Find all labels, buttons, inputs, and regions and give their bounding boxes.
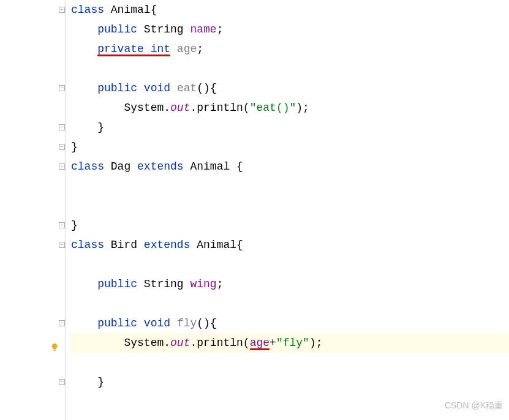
text xyxy=(170,43,177,55)
code-line[interactable] xyxy=(71,353,509,372)
text: System. xyxy=(124,337,170,349)
fold-toggle-icon[interactable] xyxy=(59,85,65,91)
text: Dag xyxy=(104,160,137,173)
string-literal: "fly" xyxy=(276,337,309,349)
fold-end-icon xyxy=(59,222,65,228)
fold-toggle-icon[interactable] xyxy=(59,320,65,326)
code-line[interactable]: } xyxy=(71,216,509,235)
keyword: void xyxy=(144,317,170,329)
text: .println( xyxy=(190,337,249,349)
text xyxy=(170,82,177,94)
keyword: public xyxy=(97,278,137,290)
code-line[interactable]: public void eat(){ xyxy=(71,78,509,98)
gutter-row xyxy=(0,39,66,59)
gutter-row xyxy=(0,274,66,294)
keyword: extends xyxy=(144,239,190,251)
code-line[interactable]: private int age; xyxy=(71,39,509,59)
code-line[interactable]: } xyxy=(71,137,509,157)
gutter-row xyxy=(0,235,66,255)
code-content[interactable]: class Animal{ public String name; privat… xyxy=(66,0,509,420)
code-line[interactable]: public void fly(){ xyxy=(71,313,509,333)
brace: } xyxy=(97,121,104,133)
gutter-row xyxy=(0,0,66,20)
unused-field: age xyxy=(177,43,197,55)
text xyxy=(170,317,177,329)
text: ; xyxy=(217,278,224,290)
code-line[interactable]: class Bird extends Animal{ xyxy=(71,235,509,255)
gutter-row xyxy=(0,313,66,333)
code-line[interactable]: } xyxy=(71,118,509,137)
keyword: class xyxy=(71,4,104,16)
fold-end-icon xyxy=(59,144,65,150)
static-field: out xyxy=(170,102,190,114)
gutter-row xyxy=(0,196,66,216)
text: .println( xyxy=(190,102,249,114)
code-line[interactable]: public String wing; xyxy=(71,274,509,294)
gutter-row xyxy=(0,59,66,78)
keyword: public xyxy=(97,82,137,94)
code-line[interactable] xyxy=(71,294,509,313)
code-line[interactable]: class Animal{ xyxy=(71,0,509,20)
code-editor[interactable]: class Animal{ public String name; privat… xyxy=(0,0,509,420)
brace: } xyxy=(71,219,78,231)
method-name: fly xyxy=(177,317,197,329)
code-line-highlighted[interactable]: System.out.println(age+"fly"); xyxy=(71,333,509,353)
string-literal: "eat()" xyxy=(250,102,296,114)
gutter-row xyxy=(0,333,66,353)
fold-toggle-icon[interactable] xyxy=(59,242,65,248)
keyword-error: private int xyxy=(97,43,170,55)
gutter-row xyxy=(0,353,66,372)
gutter-row xyxy=(0,176,66,196)
text: String xyxy=(137,278,190,290)
gutter xyxy=(0,0,66,420)
text: System. xyxy=(124,102,170,114)
keyword: class xyxy=(71,239,104,251)
fold-toggle-icon[interactable] xyxy=(59,163,65,170)
code-line[interactable]: } xyxy=(71,372,509,392)
field-error: age xyxy=(250,337,270,349)
gutter-row xyxy=(0,216,66,235)
keyword: class xyxy=(71,160,104,173)
watermark-text: CSDN @K稳重 xyxy=(445,396,503,415)
gutter-row xyxy=(0,118,66,137)
text: Bird xyxy=(104,239,144,251)
gutter-row xyxy=(0,98,66,118)
gutter-row xyxy=(0,78,66,98)
code-line[interactable] xyxy=(71,59,509,78)
field-name: name xyxy=(190,23,216,36)
code-line[interactable]: public String name; xyxy=(71,20,509,39)
field-name: wing xyxy=(190,278,216,290)
text: ; xyxy=(217,23,224,36)
text xyxy=(137,82,144,94)
intention-bulb-icon[interactable] xyxy=(50,339,59,347)
fold-end-icon xyxy=(59,379,65,385)
keyword: extends xyxy=(137,160,184,173)
gutter-row xyxy=(0,157,66,176)
text: ; xyxy=(197,43,203,55)
text: ); xyxy=(296,102,309,114)
keyword: void xyxy=(144,82,170,94)
code-line[interactable] xyxy=(71,176,509,196)
gutter-row xyxy=(0,255,66,274)
method-name: eat xyxy=(177,82,197,94)
code-line[interactable]: System.out.println("eat()"); xyxy=(71,98,509,118)
text: + xyxy=(270,337,276,349)
gutter-row xyxy=(0,372,66,392)
code-line[interactable]: class Dag extends Animal { xyxy=(71,157,509,176)
text: ); xyxy=(309,337,323,349)
code-line[interactable] xyxy=(71,196,509,216)
code-line[interactable] xyxy=(71,255,509,274)
brace: } xyxy=(97,376,104,388)
text: Animal { xyxy=(184,160,243,173)
brace: } xyxy=(71,141,78,153)
gutter-row xyxy=(0,137,66,157)
text: Animal{ xyxy=(190,239,243,251)
fold-toggle-icon[interactable] xyxy=(59,7,65,13)
text: (){ xyxy=(197,82,216,94)
fold-end-icon xyxy=(59,124,65,130)
gutter-row xyxy=(0,294,66,313)
text xyxy=(137,317,144,329)
gutter-row xyxy=(0,20,66,39)
keyword: public xyxy=(97,23,137,36)
keyword: public xyxy=(97,317,137,329)
